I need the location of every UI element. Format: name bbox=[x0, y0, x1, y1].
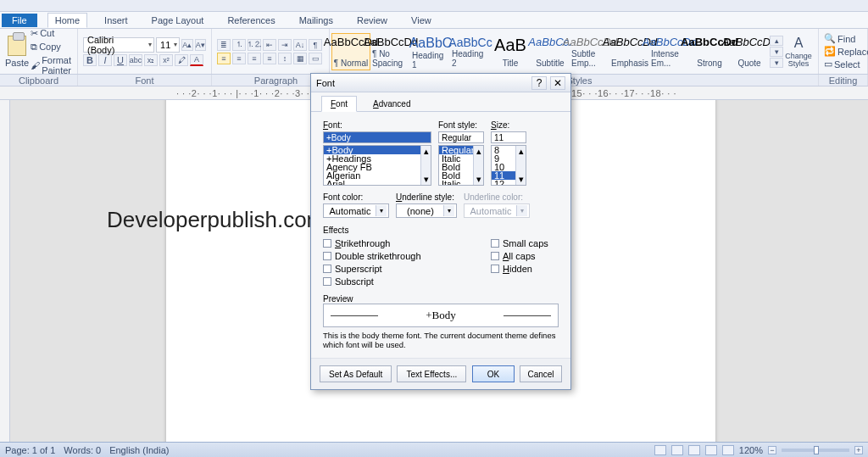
dialog-tab-font[interactable]: Font bbox=[321, 96, 357, 112]
dialog-tab-advanced[interactable]: Advanced bbox=[364, 96, 420, 111]
font-listbox[interactable]: +Body +Headings Agency FB Algerian Arial… bbox=[323, 145, 431, 186]
italic-button[interactable]: I bbox=[98, 54, 112, 66]
status-page[interactable]: Page: 1 of 1 bbox=[5, 445, 55, 455]
subscript-button[interactable]: x₂ bbox=[144, 54, 158, 66]
select-label: Select bbox=[834, 59, 860, 70]
size-listbox[interactable]: 8 9 10 11 12 ▴▾ bbox=[491, 145, 526, 186]
copy-button[interactable]: ⧉Copy bbox=[31, 42, 72, 53]
titlebar bbox=[0, 0, 868, 12]
bullets-button[interactable]: ≣ bbox=[217, 39, 231, 51]
tab-pagelayout[interactable]: Page Layout bbox=[145, 14, 211, 27]
tab-file[interactable]: File bbox=[2, 14, 37, 27]
multilevel-button[interactable]: ⒈⒉ bbox=[248, 39, 261, 51]
style-gallery-scroll[interactable]: ▴▾▾ bbox=[770, 36, 780, 68]
style-listbox[interactable]: Regular Italic Bold Bold Italic ▴▾ bbox=[438, 145, 484, 186]
dec-indent-button[interactable]: ⇤ bbox=[263, 39, 276, 51]
checkbox-hidden[interactable]: Hidden bbox=[491, 264, 548, 274]
align-right-button[interactable]: ≡ bbox=[248, 53, 261, 64]
numbering-button[interactable]: ⒈ bbox=[232, 39, 246, 51]
shrink-font-button[interactable]: A▾ bbox=[195, 39, 206, 51]
tab-view[interactable]: View bbox=[404, 14, 438, 27]
tab-mailings[interactable]: Mailings bbox=[292, 14, 340, 27]
sort-button[interactable]: A↓ bbox=[293, 39, 307, 51]
dialog-close-button[interactable]: ✕ bbox=[550, 76, 565, 90]
style-name: ¶ Normal bbox=[334, 59, 368, 68]
bold-button[interactable]: B bbox=[83, 54, 97, 66]
zoom-level[interactable]: 120% bbox=[739, 445, 763, 455]
checkbox-allcaps[interactable]: All caps bbox=[491, 251, 548, 261]
style-quote[interactable]: AaBbCcDdQuote bbox=[730, 33, 769, 70]
text-effects-button[interactable]: Text Effects... bbox=[397, 365, 466, 382]
show-hide-button[interactable]: ¶ bbox=[309, 39, 322, 51]
font-name-select[interactable]: Calibri (Body) bbox=[83, 37, 154, 53]
style-input[interactable] bbox=[438, 131, 484, 143]
select-button[interactable]: ▭Select bbox=[824, 59, 862, 70]
font-size-select[interactable]: 11 bbox=[156, 37, 180, 53]
inc-indent-button[interactable]: ⇥ bbox=[278, 39, 292, 51]
change-styles-label: Change Styles bbox=[781, 53, 816, 68]
style-title[interactable]: AaBTitle bbox=[491, 33, 530, 70]
underline-button[interactable]: U bbox=[114, 54, 127, 66]
zoom-slider[interactable] bbox=[782, 449, 849, 452]
checkbox-subscript[interactable]: Subscript bbox=[323, 276, 484, 287]
dialog-help-button[interactable]: ? bbox=[531, 76, 547, 90]
zoom-thumb[interactable] bbox=[814, 446, 819, 454]
listbox-scroll[interactable]: ▴▾ bbox=[515, 146, 526, 185]
justify-button[interactable]: ≡ bbox=[263, 53, 276, 64]
format-painter-button[interactable]: 🖌Format Painter bbox=[31, 55, 72, 75]
tab-references[interactable]: References bbox=[220, 14, 281, 27]
tab-home[interactable]: Home bbox=[47, 13, 87, 28]
grow-font-button[interactable]: A▴ bbox=[181, 39, 192, 51]
tab-review[interactable]: Review bbox=[350, 14, 394, 27]
highlight-button[interactable]: 🖍 bbox=[175, 54, 188, 66]
replace-label: Replace bbox=[837, 47, 868, 57]
line-spacing-button[interactable]: ↕ bbox=[278, 53, 292, 64]
set-default-button[interactable]: Set As Default bbox=[320, 365, 392, 382]
font-color-combo[interactable]: Automatic bbox=[323, 203, 389, 218]
checkbox-superscript[interactable]: Superscript bbox=[323, 264, 484, 274]
strike-button[interactable]: abc bbox=[129, 54, 142, 66]
view-printlayout-button[interactable] bbox=[654, 445, 666, 455]
checkbox-label: Subscript bbox=[335, 276, 374, 287]
ok-button[interactable]: OK bbox=[472, 365, 515, 382]
label-style-field: Font style: bbox=[438, 120, 484, 130]
zoom-out-button[interactable]: − bbox=[768, 446, 776, 454]
checkbox-smallcaps[interactable]: Small caps bbox=[491, 238, 548, 248]
list-item[interactable]: Arial bbox=[324, 180, 431, 186]
listbox-scroll[interactable]: ▴▾ bbox=[420, 146, 431, 185]
view-web-button[interactable] bbox=[688, 445, 700, 455]
font-input[interactable] bbox=[323, 131, 431, 143]
view-fullscreen-button[interactable] bbox=[671, 445, 683, 455]
change-styles-button[interactable]: A Change Styles bbox=[781, 33, 816, 70]
zoom-in-button[interactable]: + bbox=[854, 446, 863, 454]
replace-button[interactable]: 🔁Replace bbox=[824, 46, 862, 57]
underline-style-combo[interactable]: (none) bbox=[396, 203, 457, 218]
dialog-titlebar[interactable]: Font ? ✕ bbox=[311, 74, 570, 92]
find-icon: 🔍 bbox=[824, 33, 836, 44]
view-outline-button[interactable] bbox=[705, 445, 717, 455]
status-words[interactable]: Words: 0 bbox=[64, 445, 101, 455]
checkbox-strike[interactable]: Strikethrough bbox=[323, 238, 484, 248]
align-center-button[interactable]: ≡ bbox=[232, 53, 246, 64]
checkbox-dstrike[interactable]: Double strikethrough bbox=[323, 251, 484, 261]
font-color-button[interactable]: A bbox=[190, 54, 203, 66]
shading-button[interactable]: ▦ bbox=[293, 53, 307, 64]
size-input[interactable] bbox=[491, 131, 526, 143]
cut-button[interactable]: ✂Cut bbox=[31, 28, 72, 39]
borders-button[interactable]: ▭ bbox=[309, 53, 322, 64]
style-name: Emphasis bbox=[611, 59, 648, 68]
style-nospacing[interactable]: AaBbCcDd¶ No Spacing bbox=[371, 33, 410, 70]
listbox-scroll[interactable]: ▴▾ bbox=[473, 146, 483, 185]
style-heading2[interactable]: AaBbCcHeading 2 bbox=[451, 33, 490, 70]
find-button[interactable]: 🔍Find bbox=[824, 33, 862, 44]
tab-insert[interactable]: Insert bbox=[97, 14, 135, 27]
superscript-button[interactable]: x² bbox=[159, 54, 173, 66]
style-heading1[interactable]: AaBbCHeading 1 bbox=[411, 33, 450, 70]
status-lang[interactable]: English (India) bbox=[109, 445, 169, 455]
align-left-button[interactable]: ≡ bbox=[217, 53, 231, 64]
cut-label: Cut bbox=[40, 28, 54, 38]
cancel-button[interactable]: Cancel bbox=[520, 365, 562, 382]
view-draft-button[interactable] bbox=[722, 445, 734, 455]
label-effects: Effects bbox=[323, 226, 348, 235]
paste-button[interactable]: Paste bbox=[5, 33, 29, 70]
